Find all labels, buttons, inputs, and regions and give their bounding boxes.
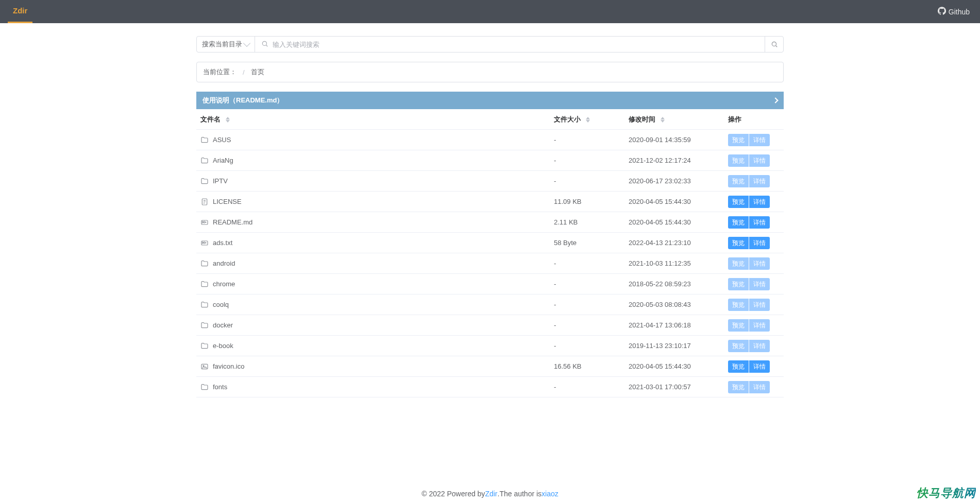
detail-button[interactable]: 详情 (749, 257, 770, 270)
column-header-size[interactable]: 文件大小 (554, 115, 629, 124)
file-size-cell: 11.09 KB (554, 198, 629, 205)
preview-button[interactable]: 预览 (728, 257, 749, 270)
detail-button[interactable]: 详情 (749, 360, 770, 373)
file-mtime-cell: 2020-04-05 15:44:30 (629, 218, 728, 226)
file-name-cell[interactable]: docker (200, 321, 554, 329)
file-ops-cell: 预览详情 (728, 175, 780, 187)
detail-button[interactable]: 详情 (749, 237, 770, 249)
detail-button[interactable]: 详情 (749, 196, 770, 208)
preview-button[interactable]: 预览 (728, 319, 749, 332)
svg-point-0 (262, 41, 266, 45)
file-size-cell: - (554, 157, 629, 164)
file-name-label: ASUS (213, 136, 231, 144)
file-name-cell[interactable]: LICENSE (200, 198, 554, 206)
main-container: 搜索当前目录 当前位置： / 首页 使用说明（README.md） 文件名 (196, 36, 784, 397)
file-ops-cell: 预览详情 (728, 216, 780, 229)
preview-button[interactable]: 预览 (728, 360, 749, 373)
detail-button[interactable]: 详情 (749, 278, 770, 290)
search-scope-label: 搜索当前目录 (202, 40, 242, 49)
file-ops-cell: 预览详情 (728, 319, 780, 332)
search-input-wrap (255, 37, 765, 52)
breadcrumb-separator: / (243, 68, 245, 76)
file-size-cell: - (554, 280, 629, 288)
file-name-cell[interactable]: ASUS (200, 136, 554, 144)
column-header-ops-label: 操作 (728, 115, 741, 123)
file-name-cell[interactable]: AriaNg (200, 157, 554, 165)
table-row: ads.txt58 Byte2022-04-13 21:23:10预览详情 (196, 233, 784, 253)
breadcrumb-home[interactable]: 首页 (251, 67, 264, 77)
row-actions: 预览详情 (728, 257, 770, 270)
detail-button[interactable]: 详情 (749, 216, 770, 229)
table-row: favicon.ico16.56 KB2020-04-05 15:44:30预览… (196, 356, 784, 377)
folder-icon (200, 321, 209, 329)
file-mtime-cell: 2021-03-01 17:00:57 (629, 383, 728, 391)
detail-button[interactable]: 详情 (749, 340, 770, 352)
file-name-cell[interactable]: IPTV (200, 177, 554, 185)
column-header-mtime[interactable]: 修改时间 (629, 115, 728, 124)
svg-point-1 (772, 42, 776, 46)
preview-button[interactable]: 预览 (728, 381, 749, 393)
file-name-label: e-book (213, 342, 233, 350)
file-ops-cell: 预览详情 (728, 340, 780, 352)
file-size-cell: 58 Byte (554, 239, 629, 247)
preview-button[interactable]: 预览 (728, 299, 749, 311)
column-header-name[interactable]: 文件名 (200, 115, 554, 124)
preview-button[interactable]: 预览 (728, 340, 749, 352)
file-mtime-cell: 2020-05-03 08:08:43 (629, 301, 728, 308)
folder-icon (200, 259, 209, 268)
github-label: Github (949, 8, 970, 16)
file-name-cell[interactable]: favicon.ico (200, 362, 554, 371)
file-name-cell[interactable]: README.md (200, 218, 554, 227)
file-size-cell: - (554, 177, 629, 185)
table-row: docker-2021-04-17 13:06:18预览详情 (196, 315, 784, 336)
folder-icon (200, 177, 209, 185)
detail-button[interactable]: 详情 (749, 134, 770, 146)
github-link[interactable]: Github (938, 7, 970, 16)
readme-collapse-header[interactable]: 使用说明（README.md） (196, 92, 784, 109)
detail-button[interactable]: 详情 (749, 154, 770, 167)
file-size-cell: - (554, 259, 629, 267)
detail-button[interactable]: 详情 (749, 175, 770, 187)
row-actions: 预览详情 (728, 340, 770, 352)
markdown-icon (200, 239, 209, 247)
file-mtime-cell: 2020-06-17 23:02:33 (629, 177, 728, 185)
detail-button[interactable]: 详情 (749, 381, 770, 393)
file-ops-cell: 预览详情 (728, 196, 780, 208)
preview-button[interactable]: 预览 (728, 134, 749, 146)
search-button[interactable] (765, 37, 783, 52)
app-logo[interactable]: Zdir (8, 0, 32, 23)
preview-button[interactable]: 预览 (728, 175, 749, 187)
file-name-label: LICENSE (213, 198, 242, 205)
image-icon (200, 362, 209, 371)
file-mtime-cell: 2020-09-01 14:35:59 (629, 136, 728, 144)
file-name-label: android (213, 259, 235, 267)
file-size-cell: 2.11 KB (554, 218, 629, 226)
folder-icon (200, 136, 209, 144)
search-input[interactable] (273, 37, 765, 51)
file-mtime-cell: 2022-04-13 21:23:10 (629, 239, 728, 247)
file-ops-cell: 预览详情 (728, 360, 780, 373)
preview-button[interactable]: 预览 (728, 278, 749, 290)
file-name-cell[interactable]: coolq (200, 301, 554, 309)
detail-button[interactable]: 详情 (749, 299, 770, 311)
file-ops-cell: 预览详情 (728, 381, 780, 393)
file-name-cell[interactable]: chrome (200, 280, 554, 288)
folder-icon (200, 157, 209, 165)
preview-button[interactable]: 预览 (728, 196, 749, 208)
chevron-down-icon (243, 40, 250, 47)
file-name-cell[interactable]: ads.txt (200, 239, 554, 247)
search-bar: 搜索当前目录 (196, 36, 784, 53)
search-icon (261, 40, 268, 49)
file-ops-cell: 预览详情 (728, 278, 780, 290)
file-name-cell[interactable]: android (200, 259, 554, 268)
search-scope-select[interactable]: 搜索当前目录 (197, 37, 255, 52)
file-mtime-cell: 2019-11-13 23:10:17 (629, 342, 728, 350)
preview-button[interactable]: 预览 (728, 237, 749, 249)
preview-button[interactable]: 预览 (728, 154, 749, 167)
file-name-label: AriaNg (213, 157, 233, 164)
detail-button[interactable]: 详情 (749, 319, 770, 332)
file-name-cell[interactable]: e-book (200, 342, 554, 350)
file-name-cell[interactable]: fonts (200, 383, 554, 391)
preview-button[interactable]: 预览 (728, 216, 749, 229)
table-row: coolq-2020-05-03 08:08:43预览详情 (196, 294, 784, 315)
